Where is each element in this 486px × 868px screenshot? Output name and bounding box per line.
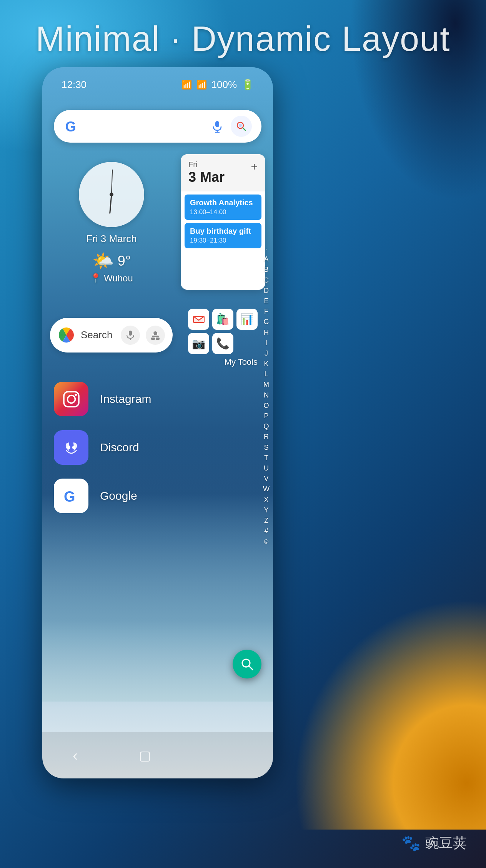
- svg-rect-15: [151, 338, 155, 340]
- battery-icon: 🔋: [241, 79, 254, 91]
- google-search-bar[interactable]: G: [54, 110, 261, 143]
- my-tools-section: 🛍️ 📊 📷 📞 My Tools: [188, 309, 258, 367]
- bg-blob-bottom-right: [294, 599, 486, 830]
- location-pin-icon: 📍: [90, 273, 102, 284]
- calendar-date-block: Fri 3 Mar: [188, 160, 225, 185]
- signal-icon: 📶: [196, 80, 207, 90]
- google-icon: G: [54, 479, 88, 513]
- instagram-label: Instagram: [100, 392, 151, 406]
- wifi-icon: 📶: [181, 80, 192, 90]
- bottom-navigation: ‹ ▢: [42, 732, 273, 778]
- status-right: 📶 📶 100% 🔋: [181, 79, 254, 91]
- page-title: Minimal · Dynamic Layout: [0, 19, 486, 59]
- svg-text:G: G: [64, 489, 75, 505]
- google-mic-icon[interactable]: [210, 119, 225, 134]
- discord-label: Discord: [100, 441, 139, 454]
- tool-analytics-icon[interactable]: 📊: [236, 309, 258, 330]
- dock-area: Search: [50, 303, 265, 367]
- alpha-letter-B[interactable]: B: [261, 265, 271, 274]
- svg-rect-14: [152, 336, 159, 337]
- event-2-time: 19:30–21:30: [190, 237, 256, 244]
- clock-widget: Fri 3 March 🌤️ 9° 📍 Wuhou: [50, 154, 173, 291]
- calendar-event-1[interactable]: Growth Analytics 13:00–14:00: [185, 195, 261, 220]
- home-button[interactable]: ▢: [139, 748, 151, 763]
- phone-frame: 12:30 📶 📶 100% 🔋 G: [42, 67, 273, 778]
- alpha-letter-☺[interactable]: ☺: [261, 537, 271, 546]
- clock-minute-hand: [111, 170, 113, 195]
- watermark: 🐾 豌豆荚: [401, 834, 467, 853]
- sun-icon: 🌤️: [92, 251, 114, 271]
- alpha-letter-#[interactable]: #: [261, 526, 271, 536]
- tool-gmail-icon[interactable]: [188, 309, 209, 330]
- app-list: Instagram Discord G: [42, 375, 273, 520]
- svg-point-18: [157, 333, 158, 335]
- svg-text:G: G: [65, 119, 76, 135]
- discord-icon: [54, 430, 88, 465]
- svg-rect-1: [215, 121, 219, 127]
- alpha-letter-·[interactable]: ·: [261, 244, 271, 254]
- tool-phone-icon[interactable]: 📞: [212, 333, 233, 354]
- svg-point-13: [153, 331, 157, 335]
- svg-point-17: [152, 333, 154, 335]
- calendar-widget[interactable]: Fri 3 Mar + Growth Analytics 13:00–14:00…: [181, 154, 265, 290]
- calendar-add-icon[interactable]: +: [251, 160, 258, 173]
- google-logo: G: [63, 117, 83, 136]
- status-bar: 12:30 📶 📶 100% 🔋: [42, 67, 273, 95]
- event-1-time: 13:00–14:00: [190, 208, 256, 216]
- alpha-letter-C[interactable]: C: [261, 276, 271, 285]
- alpha-letter-A[interactable]: A: [261, 254, 271, 264]
- clock-center-dot: [110, 193, 113, 196]
- calendar-day: Fri: [188, 160, 225, 169]
- alpha-letter-D[interactable]: D: [261, 286, 271, 296]
- temperature: 9°: [118, 253, 131, 269]
- analog-clock: [79, 162, 144, 227]
- instagram-icon: [54, 382, 88, 416]
- calendar-event-2[interactable]: Buy birthday gift 19:30–21:30: [185, 223, 261, 248]
- event-1-title: Growth Analytics: [190, 198, 256, 207]
- event-2-title: Buy birthday gift: [190, 227, 256, 236]
- incognito-button[interactable]: [146, 326, 165, 345]
- svg-point-23: [75, 394, 77, 396]
- tools-grid: 🛍️ 📊 📷 📞: [188, 309, 258, 354]
- watermark-text: 豌豆荚: [425, 834, 467, 853]
- fab-search-button[interactable]: [233, 650, 261, 678]
- calendar-header: Fri 3 Mar +: [181, 154, 265, 191]
- calendar-date: 3 Mar: [188, 169, 225, 185]
- svg-line-5: [243, 128, 246, 131]
- svg-point-22: [67, 395, 75, 403]
- chrome-icon: [58, 326, 75, 344]
- mic-button[interactable]: [121, 326, 140, 345]
- my-tools-label: My Tools: [225, 357, 258, 367]
- svg-point-24: [67, 446, 70, 449]
- tool-photos-icon[interactable]: 📷: [188, 333, 209, 354]
- google-lens-icon[interactable]: [231, 116, 252, 137]
- svg-line-29: [249, 666, 253, 670]
- calendar-empty-space: [181, 251, 265, 290]
- svg-point-6: [239, 124, 242, 127]
- clock-hour-hand: [109, 195, 112, 214]
- location-row: 📍 Wuhou: [90, 273, 133, 284]
- svg-point-25: [72, 446, 75, 449]
- location-name: Wuhou: [104, 273, 133, 284]
- battery-text: 100%: [211, 79, 237, 91]
- status-time: 12:30: [62, 79, 87, 91]
- svg-rect-21: [64, 392, 79, 407]
- tool-shop-icon[interactable]: 🛍️: [212, 309, 233, 330]
- app-item-google[interactable]: G Google: [54, 472, 261, 520]
- back-button[interactable]: ‹: [73, 747, 78, 764]
- svg-rect-16: [156, 338, 160, 340]
- chrome-search-bar[interactable]: Search: [50, 318, 173, 353]
- app-item-discord[interactable]: Discord: [54, 423, 261, 472]
- svg-rect-11: [129, 331, 132, 336]
- weather-widget: 🌤️ 9°: [92, 251, 131, 271]
- google-label: Google: [100, 489, 137, 502]
- app-item-instagram[interactable]: Instagram: [54, 375, 261, 423]
- search-label: Search: [81, 329, 115, 341]
- watermark-logo: 🐾: [401, 834, 421, 852]
- widgets-row: Fri 3 March 🌤️ 9° 📍 Wuhou Fri 3 Mar + Gr…: [50, 154, 265, 291]
- clock-date-label: Fri 3 March: [86, 233, 136, 245]
